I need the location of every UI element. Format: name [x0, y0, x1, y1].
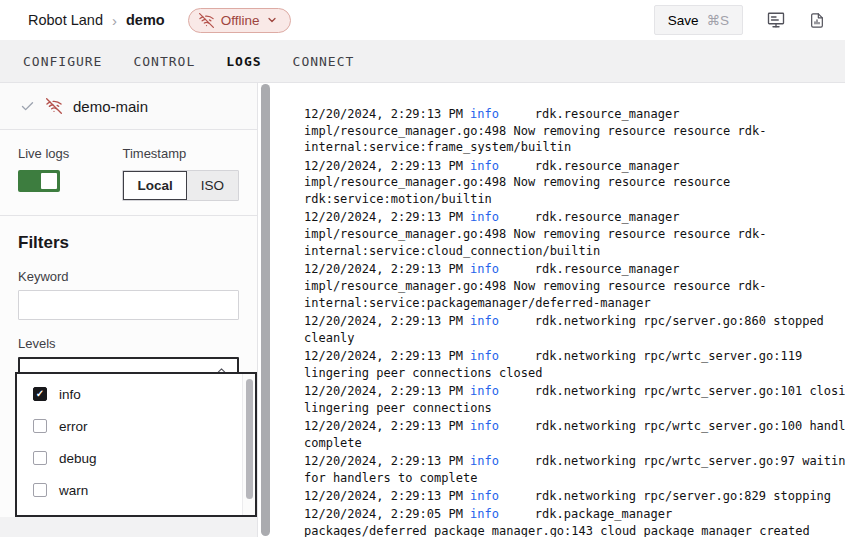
- tab-logs[interactable]: LOGS: [226, 54, 261, 69]
- save-button[interactable]: Save ⌘S: [654, 5, 743, 35]
- timestamp-label: Timestamp: [122, 146, 239, 161]
- sidebar-scrollbar[interactable]: [258, 83, 274, 537]
- log-timestamp: 12/20/2024, 2:29:13 PM: [304, 454, 463, 468]
- log-controls: Live logs Timestamp Local ISO: [0, 130, 257, 216]
- log-entry: 12/20/2024, 2:29:13 PMinfordk.networking…: [304, 453, 845, 486]
- sidebar-bottom-fill: [0, 517, 257, 537]
- log-timestamp: 12/20/2024, 2:29:13 PM: [304, 349, 463, 363]
- log-timestamp: 12/20/2024, 2:29:13 PM: [304, 489, 463, 503]
- tab-control[interactable]: CONTROL: [133, 54, 195, 69]
- timestamp-segmented-control: Local ISO: [122, 170, 239, 201]
- checkbox[interactable]: [33, 483, 47, 497]
- log-level: info: [470, 507, 499, 521]
- filters-section: Filters Keyword Levels: [0, 233, 257, 387]
- wifi-off-icon: [46, 98, 62, 114]
- checkbox[interactable]: [33, 387, 47, 401]
- log-timestamp: 12/20/2024, 2:29:13 PM: [304, 107, 463, 121]
- dropdown-scrollbar-thumb[interactable]: [246, 379, 253, 499]
- device-name: demo-main: [73, 98, 148, 115]
- log-timestamp: 12/20/2024, 2:29:13 PM: [304, 262, 463, 276]
- log-timestamp: 12/20/2024, 2:29:13 PM: [304, 159, 463, 173]
- log-entry: 12/20/2024, 2:29:13 PMinfordk.networking…: [304, 348, 845, 381]
- breadcrumb-org[interactable]: Robot Land: [28, 12, 103, 28]
- keyword-input[interactable]: [18, 290, 239, 320]
- checkbox[interactable]: [33, 515, 47, 517]
- top-bar-actions: Save ⌘S: [654, 5, 825, 35]
- log-entry: 12/20/2024, 2:29:13 PMinfordk.resource_m…: [304, 261, 845, 311]
- level-option-error[interactable]: error: [17, 410, 255, 442]
- level-option-warn[interactable]: warn: [17, 474, 255, 506]
- top-bar: Robot Land › demo Offline Save ⌘S: [0, 0, 845, 40]
- toggle-knob: [41, 173, 57, 189]
- tab-bar: CONFIGURE CONTROL LOGS CONNECT: [0, 40, 845, 83]
- timestamp-option-local[interactable]: Local: [123, 171, 186, 200]
- status-label: Offline: [221, 13, 260, 28]
- breadcrumb-separator-icon: ›: [112, 12, 117, 29]
- tab-connect[interactable]: CONNECT: [293, 54, 355, 69]
- live-logs-label: Live logs: [18, 146, 122, 161]
- checkbox[interactable]: [33, 451, 47, 465]
- levels-label: Levels: [18, 336, 239, 351]
- device-row[interactable]: demo-main: [0, 83, 257, 130]
- timestamp-option-iso[interactable]: ISO: [187, 171, 238, 200]
- log-entry: 12/20/2024, 2:29:13 PMinfordk.networking…: [304, 383, 845, 416]
- log-entry: 12/20/2024, 2:29:13 PMinfordk.resource_m…: [304, 158, 845, 208]
- log-pane: 12/20/2024, 2:29:13 PMinfordk.resource_m…: [274, 83, 845, 537]
- log-entry: 12/20/2024, 2:29:13 PMinfordk.resource_m…: [304, 106, 845, 156]
- log-level: info: [470, 314, 499, 328]
- log-entry: 12/20/2024, 2:29:05 PMinfordk.package_ma…: [304, 506, 845, 537]
- log-level: info: [470, 107, 499, 121]
- level-option-info[interactable]: info: [17, 378, 255, 410]
- keyword-label: Keyword: [18, 269, 239, 284]
- breadcrumb: Robot Land › demo Offline: [28, 8, 291, 33]
- log-entry: 12/20/2024, 2:29:13 PMinfordk.networking…: [304, 418, 845, 451]
- log-entry: 12/20/2024, 2:29:13 PMinfordk.networking…: [304, 488, 845, 505]
- level-option-debug[interactable]: debug: [17, 442, 255, 474]
- log-level: info: [470, 349, 499, 363]
- live-logs-toggle[interactable]: [18, 170, 60, 192]
- log-timestamp: 12/20/2024, 2:29:05 PM: [304, 507, 463, 521]
- log-timestamp: 12/20/2024, 2:29:13 PM: [304, 384, 463, 398]
- log-level: info: [470, 262, 499, 276]
- log-level: info: [470, 159, 499, 173]
- chevron-down-icon: [266, 14, 278, 26]
- log-entry: 12/20/2024, 2:29:13 PMinfordk.resource_m…: [304, 209, 845, 259]
- log-timestamp: 12/20/2024, 2:29:13 PM: [304, 210, 463, 224]
- sidebar-scrollbar-thumb[interactable]: [261, 84, 270, 536]
- log-list: 12/20/2024, 2:29:13 PMinfordk.resource_m…: [304, 106, 845, 537]
- log-message: rdk.networking rpc/server.go:829 stoppin…: [535, 489, 831, 503]
- machine-monitor-icon[interactable]: [767, 11, 785, 29]
- log-level: info: [470, 454, 499, 468]
- check-icon: [20, 99, 35, 114]
- log-timestamp: 12/20/2024, 2:29:13 PM: [304, 419, 463, 433]
- wifi-off-icon: [199, 13, 214, 28]
- tab-configure[interactable]: CONFIGURE: [23, 54, 102, 69]
- log-timestamp: 12/20/2024, 2:29:13 PM: [304, 314, 463, 328]
- levels-dropdown-menu: info error debug warn: [15, 372, 257, 517]
- log-entry: 12/20/2024, 2:29:13 PMinfordk.networking…: [304, 313, 845, 346]
- dropdown-scrollbar[interactable]: [242, 374, 255, 515]
- log-level: info: [470, 489, 499, 503]
- filters-title: Filters: [18, 233, 239, 253]
- save-label: Save: [668, 13, 699, 28]
- checkbox[interactable]: [33, 419, 47, 433]
- save-shortcut: ⌘S: [706, 12, 729, 28]
- level-option[interactable]: [17, 506, 255, 517]
- content: demo-main Live logs Timestamp Local ISO: [0, 83, 845, 537]
- log-level: info: [470, 419, 499, 433]
- log-level: info: [470, 384, 499, 398]
- sidebar: demo-main Live logs Timestamp Local ISO: [0, 83, 258, 537]
- log-level: info: [470, 210, 499, 224]
- breadcrumb-robot: demo: [126, 12, 165, 28]
- status-badge-offline[interactable]: Offline: [188, 8, 292, 33]
- file-report-icon[interactable]: [809, 12, 825, 29]
